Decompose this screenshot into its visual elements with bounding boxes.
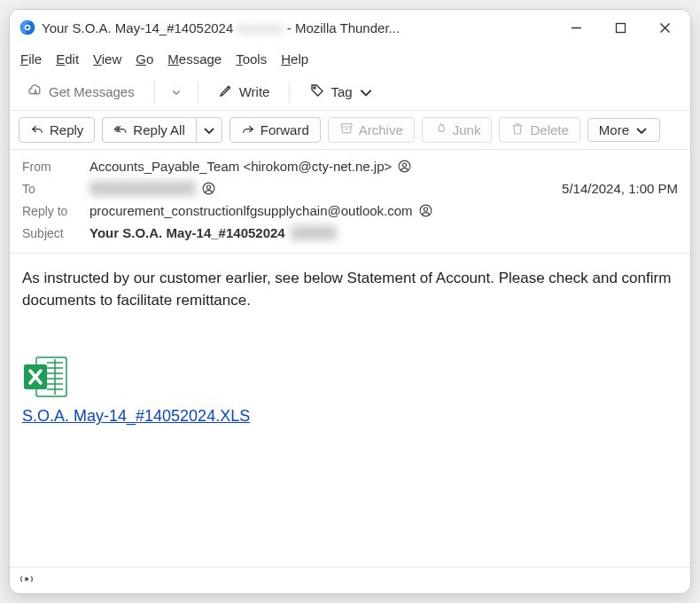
write-button[interactable]: Write: [209, 79, 279, 105]
svg-rect-4: [616, 23, 625, 32]
message-date: 5/14/2024, 1:00 PM: [562, 181, 678, 196]
cloud-download-icon: [27, 82, 43, 101]
message-body: As instructed by our customer earlier, s…: [10, 254, 690, 567]
svg-point-24: [26, 578, 28, 581]
close-button[interactable]: [642, 10, 687, 45]
activity-indicator-icon[interactable]: [19, 571, 35, 590]
reply-all-button[interactable]: Reply All: [102, 117, 195, 143]
header-subject-row: Subject Your S.O.A. May-14_#14052024 xxx…: [22, 222, 678, 244]
chevron-down-icon: [358, 84, 374, 100]
pencil-icon: [218, 82, 234, 101]
delete-button[interactable]: Delete: [499, 117, 579, 143]
more-label: More: [599, 122, 629, 137]
body-text: As instructed by our customer earlier, s…: [22, 268, 678, 311]
message-headers: From Accounts_Payable_Team <hirokom@cty-…: [10, 150, 690, 254]
attachment-link[interactable]: S.O.A. May-14_#14052024.XLS: [22, 407, 250, 425]
thunderbird-app-icon: [19, 19, 36, 36]
reply-all-dropdown[interactable]: [196, 117, 222, 143]
menu-edit[interactable]: Edit: [56, 51, 79, 67]
statusbar: [10, 567, 690, 593]
archive-button[interactable]: Archive: [328, 117, 415, 143]
forward-button[interactable]: Forward: [229, 117, 321, 143]
app-window: Your S.O.A. May-14_#14052024 xxxxxxx - M…: [9, 9, 691, 594]
excel-file-icon: [22, 356, 678, 398]
svg-point-14: [424, 208, 427, 211]
replyto-label: Reply to: [22, 204, 82, 218]
chevron-down-icon: [202, 123, 216, 137]
archive-label: Archive: [359, 122, 403, 137]
header-from-row: From Accounts_Payable_Team <hirokom@cty-…: [22, 155, 678, 177]
addressbook-icon[interactable]: [201, 181, 216, 196]
get-messages-button[interactable]: Get Messages: [19, 79, 144, 105]
header-replyto-row: Reply to procurement_constructionlfgsupp…: [22, 200, 678, 222]
forward-icon: [241, 121, 255, 138]
header-to-row: To xxxxxxxxxxxxxxxx 5/14/2024, 1:00 PM: [22, 177, 678, 200]
toolbar-separator: [198, 82, 198, 103]
menu-view[interactable]: View: [93, 51, 121, 67]
minimize-button[interactable]: [554, 10, 598, 45]
menu-message[interactable]: Message: [167, 51, 222, 67]
addressbook-icon[interactable]: [418, 203, 433, 218]
write-label: Write: [239, 84, 270, 99]
svg-point-12: [206, 185, 210, 189]
menu-go[interactable]: Go: [136, 51, 153, 67]
flame-icon: [433, 121, 447, 138]
subject-label: Subject: [22, 226, 82, 240]
window-title-suffix: - Mozilla Thunder...: [287, 20, 400, 35]
window-title-prefix: Your S.O.A. May-14_#14052024: [42, 20, 233, 35]
subject-value: Your S.O.A. May-14_#14052024 xxxxxxx: [89, 225, 337, 240]
svg-rect-8: [341, 124, 352, 127]
delete-label: Delete: [530, 122, 568, 137]
tag-icon: [309, 82, 325, 101]
junk-label: Junk: [453, 122, 481, 137]
from-value[interactable]: Accounts_Payable_Team <hirokom@cty-net.n…: [89, 159, 412, 174]
menu-file[interactable]: File: [20, 51, 42, 67]
to-value[interactable]: xxxxxxxxxxxxxxxx: [89, 181, 216, 196]
window-title-redacted: xxxxxxx: [237, 20, 284, 35]
toolbar-main: Get Messages Write Tag: [10, 74, 690, 111]
addressbook-icon[interactable]: [397, 159, 412, 174]
svg-point-2: [26, 26, 29, 29]
junk-button[interactable]: Junk: [422, 117, 493, 143]
get-messages-label: Get Messages: [49, 84, 135, 99]
chevron-down-icon: [634, 123, 649, 137]
reply-label: Reply: [50, 122, 83, 137]
trash-icon: [510, 121, 525, 138]
toolbar-message-actions: Reply Reply All Forward Archive Junk Del…: [10, 111, 690, 150]
toolbar-separator: [289, 82, 290, 103]
tag-label: Tag: [331, 84, 352, 99]
titlebar: Your S.O.A. May-14_#14052024 xxxxxxx - M…: [10, 10, 690, 45]
to-label: To: [22, 182, 82, 196]
svg-point-7: [314, 87, 315, 89]
reply-button[interactable]: Reply: [19, 117, 95, 143]
get-messages-dropdown[interactable]: [166, 87, 187, 98]
svg-point-10: [403, 163, 407, 167]
attachment-block: S.O.A. May-14_#14052024.XLS: [22, 356, 678, 426]
menu-tools[interactable]: Tools: [236, 51, 267, 67]
archive-icon: [339, 121, 354, 138]
reply-icon: [30, 121, 44, 138]
from-label: From: [22, 160, 82, 174]
menubar: File Edit View Go Message Tools Help: [10, 45, 690, 74]
more-button[interactable]: More: [587, 118, 660, 142]
replyto-value[interactable]: procurement_constructionlfgsupplychain@o…: [89, 203, 433, 218]
menu-help[interactable]: Help: [281, 51, 308, 67]
tag-button[interactable]: Tag: [300, 79, 382, 105]
maximize-button[interactable]: [598, 10, 642, 45]
reply-all-icon: [113, 121, 128, 138]
forward-label: Forward: [261, 122, 309, 137]
toolbar-separator: [154, 82, 155, 103]
reply-all-label: Reply All: [133, 122, 184, 137]
